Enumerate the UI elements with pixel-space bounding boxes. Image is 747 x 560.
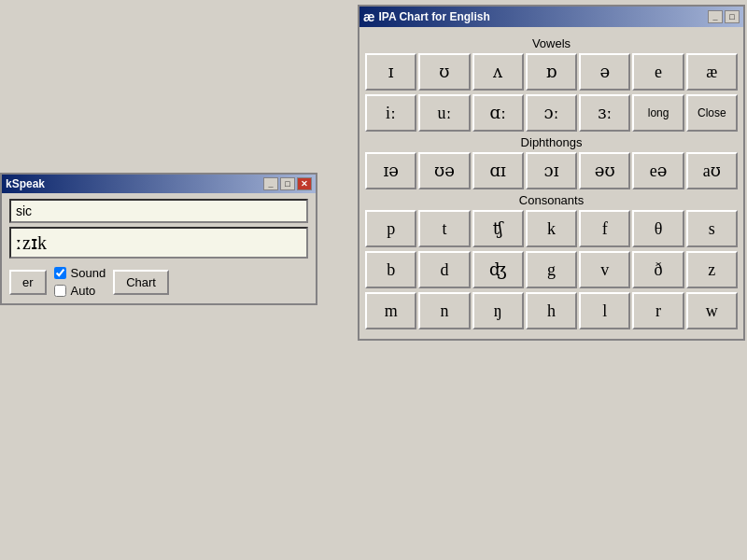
- vowel-btn-ʊ[interactable]: ʊ: [418, 53, 470, 91]
- kspeak-minimize-button[interactable]: _: [263, 177, 278, 190]
- ipa-icon: æ: [363, 9, 374, 24]
- cons-btn-w[interactable]: w: [686, 292, 738, 329]
- diph-btn-ɔɪ[interactable]: ɔɪ: [526, 152, 577, 189]
- vowel-btn-ɔː[interactable]: ɔː: [526, 94, 577, 132]
- kspeak-maximize-button[interactable]: □: [280, 177, 295, 190]
- vowel-btn-iː[interactable]: iː: [365, 94, 416, 132]
- ipa-title: IPA Chart for English: [378, 10, 708, 23]
- sound-checkbox[interactable]: [54, 267, 66, 279]
- vowel-btn-ɒ[interactable]: ɒ: [526, 53, 577, 91]
- diph-btn-əʊ[interactable]: əʊ: [579, 152, 630, 189]
- cons-btn-n[interactable]: n: [418, 292, 470, 329]
- kspeak-content: ːzɪk er Sound Auto Chart: [2, 193, 316, 303]
- cons-btn-g[interactable]: g: [526, 251, 577, 288]
- cons-btn-θ[interactable]: θ: [632, 210, 684, 247]
- cons-btn-dʒ[interactable]: ʤ: [472, 251, 524, 288]
- vowel-btn-ɪ[interactable]: ɪ: [365, 53, 416, 91]
- consonants-grid-row3: m n ŋ h l r w: [365, 292, 738, 329]
- ipa-content: Vowels ɪ ʊ ʌ ɒ ə e æ iː uː ɑː ɔː ɜː long…: [359, 27, 743, 339]
- cons-btn-s[interactable]: s: [686, 210, 738, 247]
- cons-btn-t[interactable]: t: [418, 210, 470, 247]
- diph-btn-aɪ[interactable]: ɑɪ: [472, 152, 524, 189]
- vowel-btn-æ[interactable]: æ: [686, 53, 738, 91]
- cons-btn-ð[interactable]: ð: [632, 251, 684, 288]
- vowels-grid-row2: iː uː ɑː ɔː ɜː long Close: [365, 94, 738, 132]
- ipa-window: æ IPA Chart for English _ □ Vowels ɪ ʊ ʌ…: [358, 5, 745, 341]
- chart-button[interactable]: Chart: [113, 270, 169, 295]
- cons-btn-m[interactable]: m: [365, 292, 416, 329]
- kspeak-title: kSpeak: [6, 177, 263, 190]
- cons-btn-tʃ[interactable]: ʧ: [472, 210, 524, 247]
- diph-btn-ʊə[interactable]: ʊə: [418, 152, 470, 189]
- kspeak-title-buttons: _ □ ✕: [263, 177, 312, 190]
- vowel-btn-ə[interactable]: ə: [579, 53, 630, 91]
- cons-btn-f[interactable]: f: [579, 210, 630, 247]
- speak-button[interactable]: er: [9, 270, 47, 295]
- vowels-label: Vowels: [365, 36, 738, 50]
- vowel-btn-ɜː[interactable]: ɜː: [579, 94, 630, 132]
- sound-label: Sound: [71, 266, 106, 280]
- kspeak-window: kSpeak _ □ ✕ ːzɪk er Sound Auto Chart: [0, 173, 317, 305]
- cons-btn-z[interactable]: z: [686, 251, 738, 288]
- cons-btn-v[interactable]: v: [579, 251, 630, 288]
- vowel-btn-ʌ[interactable]: ʌ: [472, 53, 524, 91]
- ipa-title-bar: æ IPA Chart for English _ □: [359, 7, 743, 27]
- kspeak-close-button[interactable]: ✕: [297, 177, 312, 190]
- ipa-minimize-button[interactable]: _: [708, 10, 723, 23]
- diphthongs-label: Diphthongs: [365, 135, 738, 149]
- kspeak-title-bar: kSpeak _ □ ✕: [2, 175, 316, 193]
- cons-btn-h[interactable]: h: [526, 292, 577, 329]
- cons-btn-ŋ[interactable]: ŋ: [472, 292, 524, 329]
- cons-btn-l[interactable]: l: [579, 292, 630, 329]
- diph-btn-aʊ[interactable]: aʊ: [686, 152, 738, 189]
- vowel-btn-long[interactable]: long: [632, 94, 684, 132]
- kspeak-checkboxes: Sound Auto: [54, 266, 106, 298]
- cons-btn-k[interactable]: k: [526, 210, 577, 247]
- cons-btn-p[interactable]: p: [365, 210, 416, 247]
- consonants-grid-row1: p t ʧ k f θ s: [365, 210, 738, 247]
- vowel-btn-uː[interactable]: uː: [418, 94, 470, 132]
- consonants-grid-row2: b d ʤ g v ð z: [365, 251, 738, 288]
- vowel-btn-ɑː[interactable]: ɑː: [472, 94, 524, 132]
- kspeak-text-input[interactable]: [9, 199, 308, 223]
- diph-btn-ɪə[interactable]: ɪə: [365, 152, 416, 189]
- sound-checkbox-row: Sound: [54, 266, 106, 280]
- vowel-btn-close[interactable]: Close: [686, 94, 738, 132]
- consonants-label: Consonants: [365, 193, 738, 207]
- auto-checkbox-row: Auto: [54, 284, 106, 298]
- auto-checkbox[interactable]: [54, 285, 66, 297]
- kspeak-ipa-display: ːzɪk: [9, 227, 308, 259]
- ipa-title-buttons: _ □: [708, 10, 740, 23]
- cons-btn-b[interactable]: b: [365, 251, 416, 288]
- cons-btn-d[interactable]: d: [418, 251, 470, 288]
- ipa-maximize-button[interactable]: □: [725, 10, 740, 23]
- vowels-grid-row1: ɪ ʊ ʌ ɒ ə e æ: [365, 53, 738, 91]
- cons-btn-r[interactable]: r: [632, 292, 684, 329]
- vowel-btn-e[interactable]: e: [632, 53, 684, 91]
- diphthongs-grid: ɪə ʊə ɑɪ ɔɪ əʊ eə aʊ: [365, 152, 738, 189]
- auto-label: Auto: [71, 284, 96, 298]
- kspeak-controls: er Sound Auto Chart: [9, 266, 308, 298]
- diph-btn-eə[interactable]: eə: [632, 152, 684, 189]
